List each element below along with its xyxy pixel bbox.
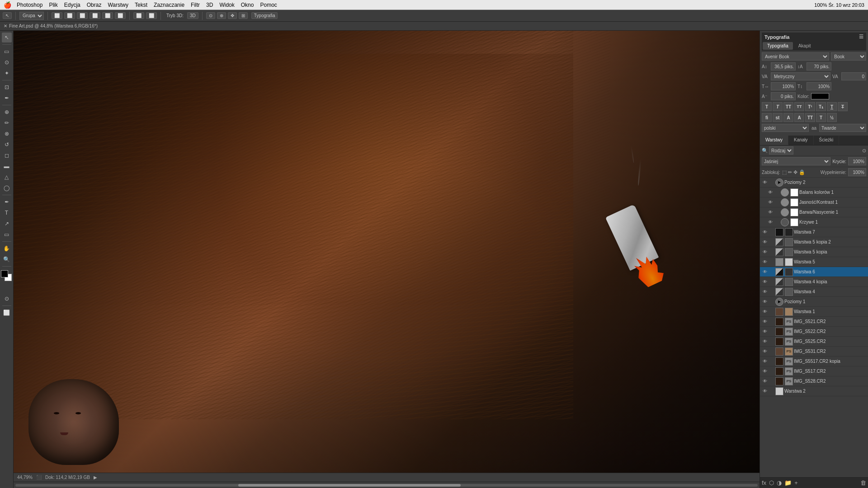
quick-mask-icon[interactable]: ⊙ — [2, 294, 12, 304]
tab-sciezki[interactable]: Ścieżki — [814, 136, 840, 145]
vis-jasnosc[interactable]: 👁 — [767, 199, 774, 206]
aa-method-select[interactable]: Twarde — [819, 124, 866, 132]
puppet-btn[interactable]: ✥ — [228, 12, 237, 19]
layer-item-krzywe[interactable]: 👁 Krzywe 1 — [760, 217, 868, 227]
fractional-btn[interactable]: TT — [805, 113, 815, 122]
layer-item-poziomy2[interactable]: 👁 ▶ Poziomy 2 — [760, 178, 868, 188]
vis-poziomy1[interactable]: 👁 — [762, 299, 768, 305]
lock-move-btn[interactable]: ✥ — [793, 169, 797, 175]
layer-item-w7[interactable]: 👁 Warstwa 7 — [760, 227, 868, 237]
bold-btn[interactable]: T — [762, 102, 772, 111]
alt-a2-btn[interactable]: A — [794, 113, 804, 122]
lasso-icon[interactable]: ⊙ — [2, 57, 12, 67]
layer-item-img525[interactable]: 👁 PS IMG_S525.CR2 — [760, 337, 868, 347]
text-color-swatch[interactable] — [811, 93, 829, 99]
layer-item-img522[interactable]: 👁 PS IMG_S522.CR2 — [760, 327, 868, 337]
leading-input[interactable] — [807, 62, 831, 70]
sub-btn[interactable]: T₁ — [816, 102, 826, 111]
layer-item-w5k[interactable]: 👁 Warstwa 5 kopia — [760, 247, 868, 257]
menu-tekst[interactable]: Tekst — [135, 2, 147, 8]
distribute-h-btn[interactable]: ⬜ — [133, 12, 144, 19]
gradient-icon[interactable]: ▬ — [2, 161, 12, 171]
tab-warstwy[interactable]: Warstwy — [760, 136, 788, 145]
vis-img517k[interactable]: 👁 — [762, 358, 768, 365]
crop-icon[interactable]: ⊡ — [2, 82, 12, 92]
move-tool-btn[interactable]: ↖ — [3, 12, 12, 19]
adjustment-button[interactable]: ◑ — [777, 479, 782, 486]
menu-widok[interactable]: Widok — [219, 2, 234, 8]
layer-filter-type[interactable]: Rodzaj — [769, 146, 793, 155]
super-btn[interactable]: T¹ — [805, 102, 815, 111]
scale-v-input[interactable] — [807, 82, 831, 90]
layer-item-barwa[interactable]: 👁 Barwa/Nasycenie 1 — [760, 207, 868, 217]
vis-w7[interactable]: 👁 — [762, 229, 768, 235]
layer-list[interactable]: 👁 ▶ Poziomy 2 👁 Balans kolorów 1 👁 — [760, 178, 868, 477]
opacity-input[interactable] — [848, 157, 866, 165]
move-tool-icon[interactable]: ↖ — [2, 33, 12, 42]
zoom-expand-icon[interactable]: ⬛ — [36, 475, 42, 480]
path-select-icon[interactable]: ↗ — [2, 219, 12, 229]
color-swatches[interactable] — [1, 270, 13, 282]
layer-item-img517k[interactable]: 👁 PS IMG_S5517.CR2 kopia — [760, 357, 868, 366]
fi-ligature-btn[interactable]: fi — [762, 113, 772, 122]
group-button[interactable]: 📁 — [784, 479, 792, 486]
layer-item-img531[interactable]: 👁 PS IMG_S531.CR2 — [760, 347, 868, 357]
typography-btn[interactable]: Typografia — [251, 12, 278, 19]
pen-icon[interactable]: ✒ — [2, 197, 12, 207]
align-top-btn[interactable]: ⬜ — [90, 12, 100, 19]
allcaps-btn[interactable]: TT — [783, 102, 793, 111]
vis-w4[interactable]: 👁 — [762, 289, 768, 295]
tab-kanaly[interactable]: Kanały — [788, 136, 814, 145]
vis-w6[interactable]: 👁 — [762, 269, 768, 275]
vis-krzywe[interactable]: 👁 — [767, 219, 774, 225]
play-button[interactable]: ▶ — [94, 475, 97, 480]
layer-item-img528[interactable]: 👁 PS IMG_S528.CR2 — [760, 376, 868, 386]
close-doc-icon[interactable]: ✕ — [4, 23, 7, 28]
distribute-v-btn[interactable]: ⬜ — [146, 12, 157, 19]
font-style-select[interactable]: Book — [831, 52, 866, 61]
align-right-btn[interactable]: ⬜ — [77, 12, 88, 19]
menu-3d[interactable]: 3D — [206, 2, 213, 8]
vis-w5k2[interactable]: 👁 — [762, 239, 768, 245]
tracking-type-select[interactable]: Metryczny — [771, 72, 830, 80]
layer-item-img517[interactable]: 👁 PS IMG_S517.CR2 — [760, 366, 868, 376]
3d-btn[interactable]: 3D — [187, 12, 198, 19]
history-brush-icon[interactable]: ↺ — [2, 140, 12, 150]
vis-w5[interactable]: 👁 — [762, 259, 768, 265]
layer-item-w1[interactable]: 👁 Warstwa 1 — [760, 307, 868, 317]
layer-item-w4[interactable]: 👁 Warstwa 4 — [760, 287, 868, 297]
extra-btn[interactable]: ⊞ — [239, 12, 248, 19]
scale-h-input[interactable] — [771, 82, 796, 90]
align-vcenter-btn[interactable]: ⬜ — [102, 12, 113, 19]
group-select[interactable]: Grupa — [19, 12, 44, 20]
italic-btn[interactable]: T — [773, 102, 783, 111]
st-ligature-btn[interactable]: st — [773, 113, 783, 122]
layer-item-img521[interactable]: 👁 PS IMG_S521.CR2 — [760, 317, 868, 327]
vis-poziomy2[interactable]: 👁 — [762, 179, 768, 186]
screen-mode-icon[interactable]: ⬜ — [2, 308, 12, 318]
alt-a-btn[interactable]: A — [783, 113, 793, 122]
layer-item-w4k[interactable]: 👁 Warstwa 4 kopia — [760, 277, 868, 287]
vis-w5k[interactable]: 👁 — [762, 249, 768, 255]
vis-w2[interactable]: 👁 — [762, 388, 768, 394]
apple-menu[interactable]: 🍎 — [4, 1, 11, 9]
filter-toggle-icon[interactable]: ⊙ — [862, 148, 866, 154]
align-center-btn[interactable]: ⬜ — [64, 12, 75, 19]
menu-obraz[interactable]: Obraz — [87, 2, 102, 8]
menu-edycja[interactable]: Edycja — [64, 2, 80, 8]
shape-icon[interactable]: ▭ — [2, 230, 12, 239]
vis-img522[interactable]: 👁 — [762, 328, 768, 335]
fill-input[interactable] — [848, 168, 866, 176]
vis-w1[interactable]: 👁 — [762, 309, 768, 315]
scroll-thumb[interactable] — [238, 484, 461, 487]
magic-wand-icon[interactable]: ✦ — [2, 68, 12, 78]
fx-button[interactable]: fx — [762, 479, 766, 486]
hand-icon[interactable]: ✋ — [2, 244, 12, 253]
vis-barwa[interactable]: 👁 — [767, 209, 774, 216]
canvas-scrollbar-horizontal[interactable] — [14, 482, 760, 488]
heal-icon[interactable]: ⊕ — [2, 107, 12, 117]
underline-btn[interactable]: T — [827, 102, 837, 111]
align-bottom-btn[interactable]: ⬜ — [115, 12, 126, 19]
blend-mode-select[interactable]: Jaśniej — [762, 157, 830, 165]
brush-icon[interactable]: ✏ — [2, 118, 12, 128]
